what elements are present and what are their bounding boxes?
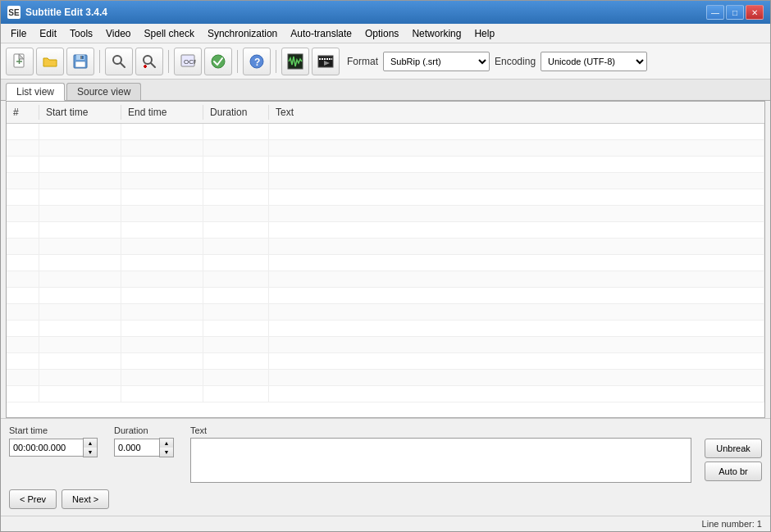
col-number: #: [7, 105, 39, 120]
find-replace-button[interactable]: [135, 48, 163, 75]
table-row[interactable]: [7, 386, 764, 402]
svg-rect-19: [288, 54, 303, 69]
table-row[interactable]: [7, 255, 764, 271]
text-label: Text: [190, 425, 691, 435]
video-button[interactable]: [312, 48, 340, 75]
bottom-row: Start time ▲ ▼ Duration ▲ ▼: [9, 425, 762, 483]
svg-rect-21: [318, 56, 333, 57]
menu-synchronization[interactable]: Synchronization: [201, 25, 284, 42]
start-time-input[interactable]: [9, 439, 83, 457]
ocr-icon: OCR: [180, 53, 196, 70]
status-text: Line number: 1: [702, 519, 762, 529]
new-button[interactable]: [6, 48, 34, 75]
menu-video[interactable]: Video: [99, 25, 137, 42]
svg-rect-5: [75, 61, 85, 67]
table-row[interactable]: [7, 173, 764, 189]
text-area[interactable]: [190, 438, 691, 483]
duration-input-row: ▲ ▼: [114, 438, 174, 457]
toolbar-sep-1: [99, 50, 100, 73]
menu-auto-translate[interactable]: Auto-translate: [284, 25, 358, 42]
text-group: Text: [190, 425, 691, 483]
menu-tools[interactable]: Tools: [63, 25, 99, 42]
nav-buttons: < Prev Next >: [9, 489, 762, 509]
tab-list-view[interactable]: List view: [6, 83, 65, 101]
toolbar: OCR ?: [1, 43, 770, 80]
encoding-select[interactable]: Unicode (UTF-8) UTF-16 Windows-1252 ASCI…: [541, 52, 647, 71]
new-icon: [11, 53, 28, 70]
menu-help[interactable]: Help: [468, 25, 501, 42]
table-row[interactable]: [7, 271, 764, 288]
start-time-group: Start time ▲ ▼: [9, 425, 98, 457]
table-row[interactable]: [7, 140, 764, 157]
toolbar-sep-4: [276, 50, 276, 73]
maximize-button[interactable]: □: [726, 5, 744, 20]
help-button[interactable]: ?: [243, 48, 271, 75]
find-icon: [111, 53, 127, 70]
title-bar-left: SE Subtitle Edit 3.4.4: [7, 6, 107, 19]
duration-spinner: ▲ ▼: [159, 438, 174, 457]
waveform-icon: [287, 53, 303, 70]
table-row[interactable]: [7, 304, 764, 321]
text-and-buttons: Text Unbreak Auto br: [190, 425, 762, 483]
start-time-down[interactable]: ▼: [84, 448, 97, 457]
table-row[interactable]: [7, 189, 764, 206]
table-row[interactable]: [7, 157, 764, 173]
duration-down[interactable]: ▼: [160, 448, 173, 457]
find-button[interactable]: [105, 48, 133, 75]
unbreak-button[interactable]: Unbreak: [705, 439, 762, 458]
duration-group: Duration ▲ ▼: [114, 425, 174, 457]
check-button[interactable]: [204, 48, 232, 75]
table-body: [7, 124, 764, 417]
ocr-button[interactable]: OCR: [174, 48, 202, 75]
table-row[interactable]: [7, 288, 764, 304]
format-select[interactable]: SubRip (.srt) MicroDVD Advanced SSA WebV…: [383, 52, 490, 71]
menu-edit[interactable]: Edit: [33, 25, 63, 42]
save-button[interactable]: [66, 48, 94, 75]
svg-rect-7: [82, 56, 84, 59]
start-time-up[interactable]: ▲: [84, 439, 97, 448]
save-icon: [72, 53, 89, 70]
next-button[interactable]: Next >: [62, 489, 109, 509]
duration-input[interactable]: [114, 439, 159, 457]
prev-button[interactable]: < Prev: [9, 489, 57, 509]
action-buttons-panel: Unbreak Auto br: [705, 425, 762, 481]
svg-rect-22: [319, 58, 321, 60]
svg-text:?: ?: [254, 57, 260, 68]
table-header: # Start time End time Duration Text: [7, 102, 764, 124]
tabs-bar: List view Source view: [1, 80, 770, 101]
tab-source-view[interactable]: Source view: [66, 83, 141, 100]
table-row[interactable]: [7, 222, 764, 239]
menu-spell-check[interactable]: Spell check: [138, 25, 201, 42]
open-icon: [42, 53, 58, 70]
bottom-panel: Start time ▲ ▼ Duration ▲ ▼: [1, 418, 770, 516]
format-label: Format: [347, 56, 378, 67]
video-icon: [317, 53, 334, 70]
minimize-button[interactable]: —: [706, 5, 724, 20]
start-time-label: Start time: [9, 425, 98, 435]
svg-text:OCR: OCR: [184, 58, 196, 66]
close-button[interactable]: ✕: [746, 5, 764, 20]
table-row[interactable]: [7, 337, 764, 353]
start-time-input-row: ▲ ▼: [9, 438, 98, 457]
table-row[interactable]: [7, 124, 764, 140]
duration-label: Duration: [114, 425, 174, 435]
table-row[interactable]: [7, 206, 764, 222]
find-replace-icon: [141, 53, 157, 70]
duration-up[interactable]: ▲: [160, 439, 173, 448]
auto-br-button[interactable]: Auto br: [705, 462, 762, 481]
menu-file[interactable]: File: [4, 25, 33, 42]
help-icon: ?: [249, 53, 265, 70]
status-bar: Line number: 1: [1, 516, 770, 531]
waveform-button[interactable]: [281, 48, 309, 75]
svg-line-11: [151, 63, 155, 67]
menu-networking[interactable]: Networking: [405, 25, 468, 42]
table-row[interactable]: [7, 353, 764, 370]
table-row[interactable]: [7, 370, 764, 386]
col-start-time: Start time: [39, 105, 121, 120]
open-button[interactable]: [36, 48, 64, 75]
svg-rect-27: [331, 58, 332, 60]
table-row[interactable]: [7, 239, 764, 255]
col-duration: Duration: [203, 105, 269, 120]
table-row[interactable]: [7, 321, 764, 337]
menu-options[interactable]: Options: [358, 25, 405, 42]
